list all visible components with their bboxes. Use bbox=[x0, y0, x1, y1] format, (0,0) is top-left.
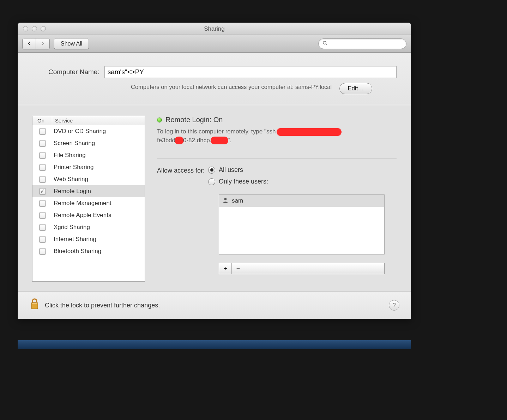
service-checkbox[interactable] bbox=[39, 152, 46, 159]
status-text: Remote Login: On bbox=[165, 116, 223, 124]
add-remove-segment: + − bbox=[219, 263, 385, 274]
service-label: Internet Sharing bbox=[52, 236, 145, 243]
service-checkbox[interactable] bbox=[39, 212, 46, 219]
service-row[interactable]: Web Sharing bbox=[32, 173, 145, 185]
edit-button[interactable]: Edit… bbox=[339, 83, 372, 94]
service-checkbox[interactable] bbox=[39, 128, 46, 135]
service-label: DVD or CD Sharing bbox=[52, 128, 145, 135]
service-label: Bluetooth Sharing bbox=[52, 248, 145, 255]
redaction-3 bbox=[211, 137, 228, 144]
chevron-left-icon bbox=[27, 41, 31, 46]
radio-only-label: Only these users: bbox=[219, 178, 268, 185]
sharing-window: Sharing Show All Computer Name: Computer… bbox=[18, 23, 411, 319]
service-row[interactable]: Remote Apple Events bbox=[32, 209, 145, 221]
service-checkbox[interactable] bbox=[39, 224, 46, 231]
user-name: sam bbox=[232, 197, 243, 204]
close-icon[interactable] bbox=[23, 26, 28, 31]
instr-mid: fe3bdd bbox=[157, 137, 175, 144]
window-title: Sharing bbox=[18, 25, 411, 32]
service-checkbox[interactable] bbox=[39, 200, 46, 207]
service-row[interactable]: ✓Remote Login bbox=[32, 185, 145, 197]
computer-name-help: Computers on your local network can acce… bbox=[131, 83, 332, 91]
instr-suffix: ". bbox=[228, 137, 231, 144]
service-row[interactable]: Screen Sharing bbox=[32, 137, 145, 149]
status-indicator-icon bbox=[157, 118, 162, 122]
search-field-wrap bbox=[318, 38, 406, 49]
services-body: DVD or CD SharingScreen SharingFile Shar… bbox=[32, 125, 145, 281]
nav-segment bbox=[22, 38, 50, 49]
service-label: File Sharing bbox=[52, 152, 145, 159]
services-table: On Service DVD or CD SharingScreen Shari… bbox=[32, 116, 145, 282]
forward-button[interactable] bbox=[36, 38, 49, 49]
service-checkbox[interactable] bbox=[39, 248, 46, 255]
footer: Click the lock to prevent further change… bbox=[18, 292, 411, 319]
service-row[interactable]: Internet Sharing bbox=[32, 233, 145, 245]
svg-rect-4 bbox=[32, 303, 37, 304]
access-label: Allow access for: bbox=[157, 166, 205, 174]
service-row[interactable]: File Sharing bbox=[32, 149, 145, 161]
remove-user-button[interactable]: − bbox=[232, 263, 245, 274]
service-label: Screen Sharing bbox=[52, 140, 145, 147]
service-row[interactable]: Printer Sharing bbox=[32, 161, 145, 173]
service-checkbox[interactable] bbox=[39, 164, 46, 171]
radio-all-users[interactable]: All users bbox=[208, 166, 385, 174]
col-on-header[interactable]: On bbox=[32, 116, 52, 125]
minimize-icon[interactable] bbox=[32, 26, 37, 31]
service-label: Xgrid Sharing bbox=[52, 224, 145, 231]
redaction-1 bbox=[277, 129, 341, 135]
computer-name-input[interactable] bbox=[104, 66, 397, 78]
user-list[interactable]: sam bbox=[219, 194, 385, 254]
service-checkbox[interactable] bbox=[39, 140, 46, 147]
traffic-lights bbox=[18, 26, 46, 31]
col-service-header[interactable]: Service bbox=[52, 116, 145, 125]
dock-bar bbox=[18, 340, 411, 349]
service-label: Remote Apple Events bbox=[52, 212, 145, 219]
computer-name-label: Computer Name: bbox=[48, 68, 99, 76]
footer-text: Click the lock to prevent further change… bbox=[45, 302, 160, 309]
login-instructions: To log in to this computer remotely, typ… bbox=[157, 127, 383, 145]
service-checkbox[interactable] bbox=[39, 176, 46, 183]
show-all-button[interactable]: Show All bbox=[54, 38, 89, 49]
instr-mid2: 0-82.dhcp. bbox=[183, 137, 211, 144]
upper-section: Computer Name: Computers on your local n… bbox=[18, 53, 411, 105]
help-button[interactable]: ? bbox=[389, 300, 399, 311]
service-row[interactable]: Bluetooth Sharing bbox=[32, 245, 145, 257]
lock-icon[interactable] bbox=[29, 298, 40, 313]
service-checkbox[interactable]: ✓ bbox=[39, 188, 46, 195]
service-row[interactable]: DVD or CD Sharing bbox=[32, 125, 145, 137]
service-row[interactable]: Xgrid Sharing bbox=[32, 221, 145, 233]
user-icon bbox=[223, 197, 228, 204]
service-detail: Remote Login: On To log in to this compu… bbox=[157, 116, 397, 282]
back-button[interactable] bbox=[23, 38, 36, 49]
redaction-2 bbox=[175, 137, 183, 144]
search-input[interactable] bbox=[318, 38, 406, 49]
svg-point-2 bbox=[224, 198, 227, 200]
chevron-right-icon bbox=[41, 41, 45, 46]
user-row[interactable]: sam bbox=[219, 195, 384, 207]
access-row: Allow access for: All users Only these u… bbox=[157, 166, 397, 274]
services-header: On Service bbox=[32, 116, 145, 125]
service-label: Remote Login bbox=[52, 188, 145, 195]
service-label: Printer Sharing bbox=[52, 164, 145, 171]
toolbar: Show All bbox=[18, 35, 411, 53]
service-row[interactable]: Remote Management bbox=[32, 197, 145, 209]
radio-only-users[interactable]: Only these users: bbox=[208, 178, 385, 185]
add-user-button[interactable]: + bbox=[219, 263, 232, 274]
service-label: Remote Management bbox=[52, 200, 145, 207]
service-label: Web Sharing bbox=[52, 176, 145, 183]
lower-section: On Service DVD or CD SharingScreen Shari… bbox=[18, 105, 411, 292]
zoom-icon[interactable] bbox=[41, 26, 46, 31]
service-checkbox[interactable] bbox=[39, 236, 46, 243]
instr-prefix: To log in to this computer remotely, typ… bbox=[157, 128, 276, 135]
titlebar: Sharing bbox=[18, 23, 411, 35]
divider bbox=[157, 158, 397, 158]
radio-all-label: All users bbox=[219, 166, 243, 174]
